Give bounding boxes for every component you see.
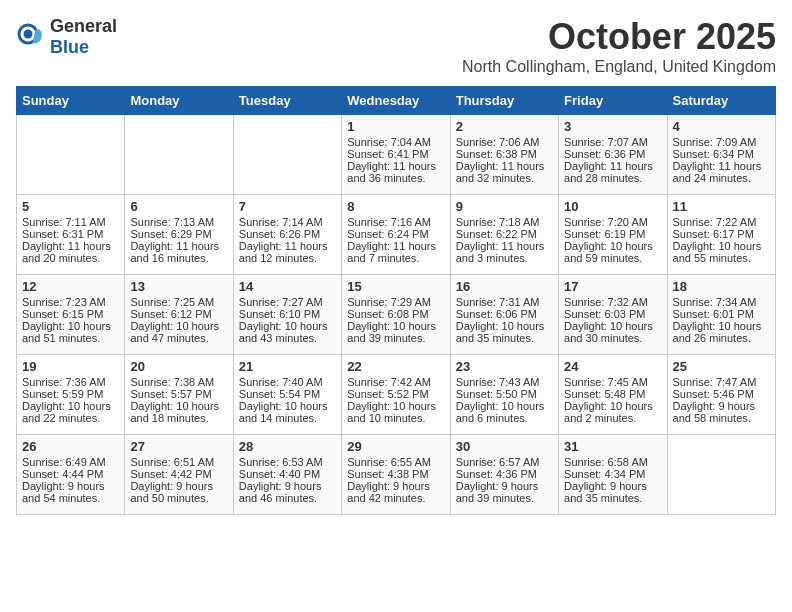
day-number: 27 (130, 439, 227, 454)
day-info: Sunset: 4:44 PM (22, 468, 119, 480)
column-header-wednesday: Wednesday (342, 87, 450, 115)
day-info: Daylight: 10 hours (456, 320, 553, 332)
day-number: 10 (564, 199, 661, 214)
day-info: Sunrise: 7:42 AM (347, 376, 444, 388)
day-info: Daylight: 10 hours (673, 240, 770, 252)
day-info: and 7 minutes. (347, 252, 444, 264)
week-row-4: 19Sunrise: 7:36 AMSunset: 5:59 PMDayligh… (17, 355, 776, 435)
calendar-cell: 9Sunrise: 7:18 AMSunset: 6:22 PMDaylight… (450, 195, 558, 275)
day-info: and 39 minutes. (456, 492, 553, 504)
day-info: and 18 minutes. (130, 412, 227, 424)
day-info: Daylight: 9 hours (564, 480, 661, 492)
day-info: Sunrise: 7:27 AM (239, 296, 336, 308)
day-info: and 54 minutes. (22, 492, 119, 504)
day-info: and 35 minutes. (564, 492, 661, 504)
day-info: Sunset: 4:40 PM (239, 468, 336, 480)
day-info: Sunset: 6:24 PM (347, 228, 444, 240)
logo-general: General (50, 16, 117, 37)
calendar-cell: 1Sunrise: 7:04 AMSunset: 6:41 PMDaylight… (342, 115, 450, 195)
day-info: Daylight: 9 hours (347, 480, 444, 492)
day-info: and 28 minutes. (564, 172, 661, 184)
day-number: 4 (673, 119, 770, 134)
day-info: Sunrise: 7:40 AM (239, 376, 336, 388)
header-row: SundayMondayTuesdayWednesdayThursdayFrid… (17, 87, 776, 115)
day-info: Sunrise: 7:11 AM (22, 216, 119, 228)
calendar-table: SundayMondayTuesdayWednesdayThursdayFrid… (16, 86, 776, 515)
day-info: and 58 minutes. (673, 412, 770, 424)
day-number: 1 (347, 119, 444, 134)
calendar-cell: 8Sunrise: 7:16 AMSunset: 6:24 PMDaylight… (342, 195, 450, 275)
day-info: and 47 minutes. (130, 332, 227, 344)
day-info: Sunrise: 7:23 AM (22, 296, 119, 308)
day-info: and 26 minutes. (673, 332, 770, 344)
day-info: and 6 minutes. (456, 412, 553, 424)
calendar-cell: 24Sunrise: 7:45 AMSunset: 5:48 PMDayligh… (559, 355, 667, 435)
day-info: and 2 minutes. (564, 412, 661, 424)
day-number: 17 (564, 279, 661, 294)
day-number: 8 (347, 199, 444, 214)
day-number: 31 (564, 439, 661, 454)
day-number: 6 (130, 199, 227, 214)
day-info: Sunset: 5:54 PM (239, 388, 336, 400)
day-info: Sunrise: 7:16 AM (347, 216, 444, 228)
day-info: Sunrise: 7:34 AM (673, 296, 770, 308)
day-info: Daylight: 11 hours (347, 240, 444, 252)
day-info: Sunrise: 7:18 AM (456, 216, 553, 228)
day-info: Sunset: 4:36 PM (456, 468, 553, 480)
day-info: Daylight: 10 hours (130, 400, 227, 412)
day-info: and 3 minutes. (456, 252, 553, 264)
day-info: Sunrise: 7:38 AM (130, 376, 227, 388)
day-info: Sunset: 6:19 PM (564, 228, 661, 240)
day-info: Daylight: 9 hours (239, 480, 336, 492)
day-info: Sunset: 6:36 PM (564, 148, 661, 160)
calendar-cell: 7Sunrise: 7:14 AMSunset: 6:26 PMDaylight… (233, 195, 341, 275)
day-info: Daylight: 10 hours (239, 320, 336, 332)
day-info: and 50 minutes. (130, 492, 227, 504)
day-info: Sunset: 5:50 PM (456, 388, 553, 400)
day-info: and 55 minutes. (673, 252, 770, 264)
calendar-cell: 3Sunrise: 7:07 AMSunset: 6:36 PMDaylight… (559, 115, 667, 195)
calendar-cell (233, 115, 341, 195)
day-info: Sunset: 6:01 PM (673, 308, 770, 320)
day-number: 14 (239, 279, 336, 294)
day-info: Sunrise: 7:22 AM (673, 216, 770, 228)
day-info: Daylight: 10 hours (564, 320, 661, 332)
logo: General Blue (16, 16, 117, 58)
day-info: and 30 minutes. (564, 332, 661, 344)
day-number: 29 (347, 439, 444, 454)
day-number: 12 (22, 279, 119, 294)
week-row-5: 26Sunrise: 6:49 AMSunset: 4:44 PMDayligh… (17, 435, 776, 515)
column-header-thursday: Thursday (450, 87, 558, 115)
day-info: Sunrise: 7:45 AM (564, 376, 661, 388)
day-number: 16 (456, 279, 553, 294)
logo-icon (16, 22, 46, 52)
day-info: Daylight: 10 hours (456, 400, 553, 412)
calendar-cell: 11Sunrise: 7:22 AMSunset: 6:17 PMDayligh… (667, 195, 775, 275)
svg-point-2 (24, 30, 33, 39)
day-number: 3 (564, 119, 661, 134)
day-info: Sunrise: 6:51 AM (130, 456, 227, 468)
day-info: Sunrise: 7:14 AM (239, 216, 336, 228)
calendar-cell: 6Sunrise: 7:13 AMSunset: 6:29 PMDaylight… (125, 195, 233, 275)
day-info: Daylight: 9 hours (456, 480, 553, 492)
day-info: Sunrise: 6:58 AM (564, 456, 661, 468)
day-info: and 10 minutes. (347, 412, 444, 424)
day-info: Sunset: 6:22 PM (456, 228, 553, 240)
day-info: Sunrise: 6:53 AM (239, 456, 336, 468)
day-info: Sunrise: 7:04 AM (347, 136, 444, 148)
day-info: Sunrise: 7:09 AM (673, 136, 770, 148)
location: North Collingham, England, United Kingdo… (462, 58, 776, 76)
day-info: Sunrise: 7:25 AM (130, 296, 227, 308)
day-info: Daylight: 10 hours (239, 400, 336, 412)
day-info: and 43 minutes. (239, 332, 336, 344)
day-info: Sunset: 6:31 PM (22, 228, 119, 240)
day-number: 21 (239, 359, 336, 374)
day-info: Sunset: 6:34 PM (673, 148, 770, 160)
day-info: Sunset: 6:26 PM (239, 228, 336, 240)
day-info: Daylight: 10 hours (130, 320, 227, 332)
day-info: Daylight: 10 hours (347, 400, 444, 412)
day-info: and 12 minutes. (239, 252, 336, 264)
day-info: Sunrise: 6:49 AM (22, 456, 119, 468)
day-info: Sunset: 6:06 PM (456, 308, 553, 320)
calendar-cell (17, 115, 125, 195)
